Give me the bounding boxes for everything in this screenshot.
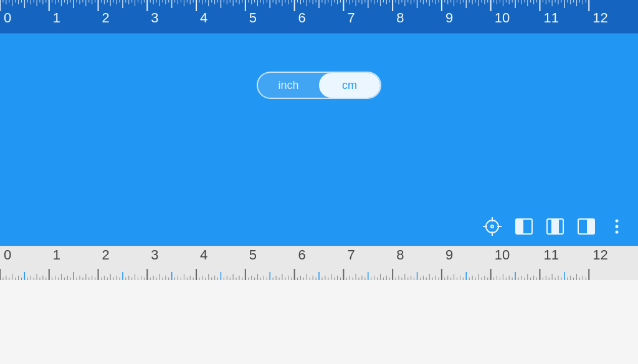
svg-text:8: 8: [396, 10, 404, 26]
svg-text:6: 6: [298, 247, 306, 263]
svg-text:10: 10: [495, 247, 510, 263]
svg-text:4: 4: [200, 247, 207, 263]
middle-area: inch cm: [0, 34, 638, 246]
svg-rect-217: [551, 219, 559, 234]
svg-text:12: 12: [593, 247, 607, 263]
bottom-section: 0123456789101112: [0, 246, 638, 364]
ruler-bottom: 0123456789101112: [0, 246, 638, 280]
svg-text:2: 2: [102, 247, 110, 263]
svg-text:11: 11: [543, 10, 558, 26]
app-container: 0123456789101112 inch cm: [0, 0, 638, 364]
svg-point-221: [616, 225, 619, 228]
svg-text:1: 1: [53, 247, 60, 263]
crosshair-icon[interactable]: [482, 217, 502, 236]
svg-text:0: 0: [4, 10, 11, 26]
svg-text:0: 0: [4, 247, 11, 263]
svg-text:7: 7: [347, 10, 355, 26]
ruler-top: 0123456789101112: [0, 0, 638, 34]
svg-text:11: 11: [543, 247, 558, 263]
svg-text:8: 8: [396, 247, 404, 263]
center-panel-icon[interactable]: [546, 217, 564, 236]
svg-text:12: 12: [593, 10, 607, 26]
toolbar: [482, 217, 626, 236]
svg-text:1: 1: [53, 10, 60, 26]
right-panel-icon[interactable]: [577, 217, 596, 236]
left-panel-icon[interactable]: [515, 217, 533, 236]
svg-text:3: 3: [151, 247, 158, 263]
top-section: 0123456789101112 inch cm: [0, 0, 638, 246]
svg-text:5: 5: [249, 10, 257, 26]
svg-rect-219: [587, 219, 594, 234]
svg-text:9: 9: [445, 10, 453, 26]
cm-button[interactable]: cm: [319, 73, 380, 98]
svg-point-209: [491, 225, 493, 228]
svg-text:6: 6: [298, 10, 306, 26]
svg-text:10: 10: [495, 10, 510, 26]
svg-rect-215: [516, 219, 523, 234]
svg-text:7: 7: [347, 247, 355, 263]
svg-point-220: [616, 220, 619, 223]
svg-text:2: 2: [102, 10, 110, 26]
svg-text:9: 9: [445, 247, 453, 263]
svg-text:3: 3: [151, 10, 158, 26]
more-icon[interactable]: [608, 218, 626, 235]
unit-toggle: inch cm: [257, 72, 381, 99]
svg-point-222: [616, 231, 619, 234]
svg-point-208: [486, 220, 498, 233]
svg-text:4: 4: [200, 10, 207, 26]
svg-text:5: 5: [249, 247, 257, 263]
inch-button[interactable]: inch: [258, 73, 319, 98]
